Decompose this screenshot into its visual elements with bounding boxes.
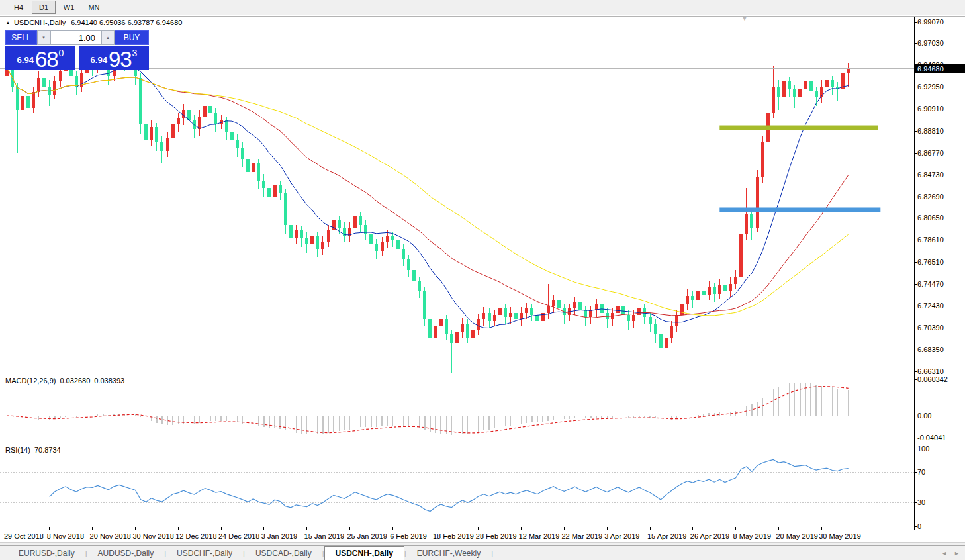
date-axis-label: 25 Jan 2019 [347, 532, 387, 540]
rsi-value: 70.8734 [34, 446, 61, 454]
date-axis-label: 18 Feb 2019 [433, 532, 474, 540]
date-axis-label: 12 Mar 2019 [519, 532, 560, 540]
chart-tab-EURCHF[interactable]: EURCHF-,Weekly [406, 546, 491, 560]
date-axis-label: 6 Feb 2019 [390, 532, 427, 540]
macd-indicator-label: MACD(12,26,9)0.0326800.038393 [5, 377, 128, 385]
date-axis-label: 8 Nov 2018 [47, 532, 84, 540]
date-axis-label: 20 May 2019 [776, 532, 818, 540]
date-axis-label: 30 May 2019 [819, 532, 861, 540]
chart-tabs: EURUSD-,Daily|AUDUSD-,Daily|USDCHF-,Dail… [8, 546, 493, 560]
price-axis-label: 6.72430 [917, 302, 944, 310]
date-axis-label: 30 Nov 2018 [132, 532, 173, 540]
price-axis-label: 6.90910 [917, 105, 944, 113]
date-axis-label: 8 May 2019 [733, 532, 771, 540]
rsi-axis-label: 0 [917, 522, 921, 530]
macd-signal-value: 0.038393 [94, 377, 124, 385]
tab-scroll-left-icon[interactable]: ◄ [941, 550, 947, 557]
date-axis-label: 3 Jan 2019 [261, 532, 297, 540]
macd-name: MACD(12,26,9) [5, 377, 56, 385]
toolbar-divider [113, 2, 113, 13]
price-axis-label: 6.66310 [917, 367, 944, 375]
date-axis-label: 29 Oct 2018 [4, 532, 44, 540]
rsi-axis-label: 70 [917, 468, 925, 476]
sell-button[interactable]: SELL [5, 30, 37, 45]
chart-title-symbol: USDCNH-,Daily [14, 19, 66, 26]
timeframe-buttons: H4D1W1MN [7, 1, 106, 14]
sell-price-big: 68 [35, 50, 58, 68]
chart-tab-USDCHF[interactable]: USDCHF-,Daily [166, 546, 243, 560]
rsi-axis-label: 100 [917, 445, 929, 453]
tab-divider: | [491, 546, 493, 560]
price-axis-label: 6.97030 [917, 39, 944, 47]
date-axis-label: 22 Mar 2019 [561, 532, 602, 540]
symbol-marker-icon: ▲ [5, 20, 11, 26]
chart-title-ohlc: 6.94140 6.95036 6.93787 6.94680 [71, 19, 182, 26]
rsi-indicator-label: RSI(14)70.8734 [5, 446, 65, 454]
price-axis-label: 6.74470 [917, 280, 944, 288]
price-axis-label: 6.76510 [917, 258, 944, 266]
price-axis-label: 6.68350 [917, 346, 944, 353]
date-axis-label: 28 Feb 2019 [476, 532, 517, 540]
one-click-trade-panel: SELL ▾ 1.00 ▴ BUY 6.94 68 0 6.94 93 3 [5, 30, 149, 70]
date-axis-label: 15 Jan 2019 [304, 532, 345, 540]
buy-price-small: 6.94 [91, 55, 107, 65]
current-price-tag: 6.94680 [915, 64, 965, 73]
rsi-name: RSI(14) [5, 446, 30, 454]
tab-scroll-arrows: ◄ ► [941, 546, 960, 560]
price-axis-label: 6.86770 [917, 149, 944, 157]
price-axis-label: 6.92950 [917, 83, 944, 91]
sell-price-tile[interactable]: 6.94 68 0 [5, 46, 75, 70]
timeframe-button-W1[interactable]: W1 [57, 1, 81, 14]
date-axis-label: 3 Apr 2019 [604, 532, 639, 540]
price-axis-label: 6.82690 [917, 193, 944, 201]
volume-increase-button[interactable]: ▴ [101, 30, 115, 45]
macd-axis-label: 0.00 [917, 412, 931, 420]
buy-price-big: 93 [109, 50, 132, 68]
volume-input[interactable]: 1.00 [50, 30, 101, 45]
chart-tab-USDCNH[interactable]: USDCNH-,Daily [324, 546, 404, 560]
price-axis-label: 6.80650 [917, 214, 944, 222]
buy-price-tile[interactable]: 6.94 93 3 [79, 46, 149, 70]
timeframe-button-H4[interactable]: H4 [7, 1, 30, 14]
chart-title: ▲ USDCNH-,Daily 6.94140 6.95036 6.93787 … [5, 19, 182, 26]
macd-axis-label: 0.060342 [917, 375, 948, 383]
chart-window-top-border [0, 16, 965, 17]
chart-tab-AUDUSD[interactable]: AUDUSD-,Daily [87, 546, 165, 560]
price-axis-label: 6.84730 [917, 171, 944, 179]
date-axis-label: 24 Dec 2018 [218, 532, 259, 540]
rsi-axis-label: 30 [917, 498, 925, 506]
date-axis-label: 26 Apr 2019 [690, 532, 729, 540]
timeframe-toolbar: H4D1W1MN [0, 0, 965, 15]
chart-tab-USDCAD[interactable]: USDCAD-,Daily [245, 546, 322, 560]
sell-price-sup: 0 [59, 48, 64, 58]
macd-axis-label: -0.04041 [917, 434, 946, 442]
chart-tab-bar: EURUSD-,Daily|AUDUSD-,Daily|USDCHF-,Dail… [0, 545, 965, 560]
chart-shift-icon[interactable]: ▼ [741, 15, 748, 22]
date-axis-label: 20 Nov 2018 [90, 532, 131, 540]
macd-main-value: 0.032680 [60, 377, 90, 385]
price-axis-label: 6.78610 [917, 236, 944, 244]
date-axis-label: 15 Apr 2019 [647, 532, 686, 540]
price-axis-label: 6.88810 [917, 127, 944, 135]
tab-scroll-right-icon[interactable]: ► [954, 550, 960, 557]
buy-button[interactable]: BUY [115, 30, 149, 45]
chart-tab-EURUSD[interactable]: EURUSD-,Daily [8, 546, 85, 560]
buy-price-sup: 3 [132, 48, 138, 58]
volume-decrease-button[interactable]: ▾ [37, 30, 50, 45]
price-axis-label: 6.70390 [917, 324, 944, 332]
date-axis-label: 12 Dec 2018 [175, 532, 216, 540]
timeframe-button-D1[interactable]: D1 [32, 1, 56, 14]
timeframe-button-MN[interactable]: MN [82, 1, 106, 14]
sell-price-small: 6.94 [17, 55, 34, 65]
price-axis-label: 6.99070 [917, 18, 944, 26]
